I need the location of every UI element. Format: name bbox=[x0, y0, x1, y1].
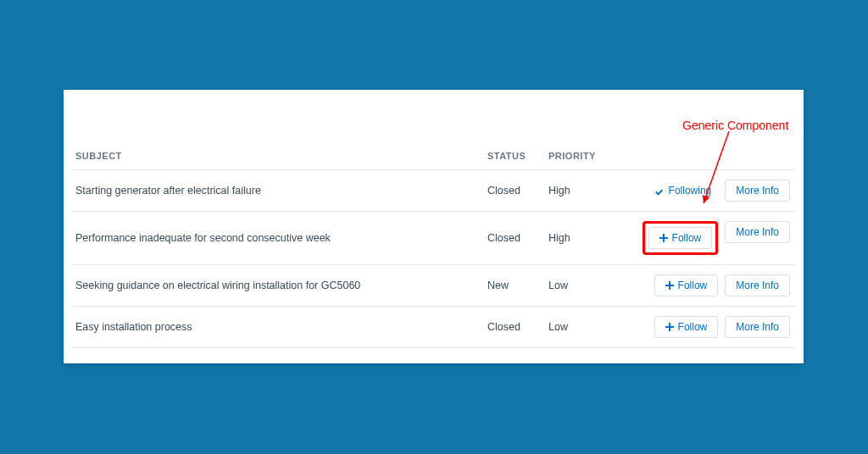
following-label-text: Following bbox=[669, 185, 712, 197]
cell-actions: FollowingMore Info bbox=[640, 180, 795, 202]
cell-priority: High bbox=[548, 232, 640, 244]
follow-button[interactable]: Follow bbox=[648, 227, 713, 249]
highlight-box: Follow bbox=[643, 221, 719, 255]
follow-label-text: Follow bbox=[678, 321, 708, 333]
header-priority: PRIORITY bbox=[548, 151, 640, 161]
cell-status: New bbox=[487, 280, 548, 291]
cell-priority: Low bbox=[548, 321, 640, 333]
cell-subject: Starting generator after electrical fail… bbox=[72, 185, 487, 197]
more-info-button[interactable]: More Info bbox=[725, 274, 790, 296]
cell-status: Closed bbox=[487, 321, 548, 333]
annotation-label: Generic Component bbox=[682, 119, 788, 132]
cell-actions: FollowMore Info bbox=[640, 274, 795, 296]
plus-icon bbox=[665, 281, 674, 290]
more-info-button[interactable]: More Info bbox=[725, 180, 790, 202]
cell-actions: FollowMore Info bbox=[640, 221, 795, 255]
follow-button[interactable]: Follow bbox=[654, 274, 719, 296]
table-row: Easy installation processClosedLowFollow… bbox=[72, 307, 795, 348]
cell-subject: Easy installation process bbox=[72, 321, 487, 333]
check-icon bbox=[656, 186, 665, 195]
cell-status: Closed bbox=[487, 185, 548, 197]
cell-subject: Performance inadequate for second consec… bbox=[72, 232, 487, 244]
cell-actions: FollowMore Info bbox=[640, 316, 795, 338]
cell-priority: High bbox=[548, 185, 640, 197]
cell-status: Closed bbox=[487, 232, 548, 244]
follow-button[interactable]: Follow bbox=[654, 316, 719, 338]
following-indicator[interactable]: Following bbox=[649, 180, 719, 202]
plus-icon bbox=[659, 234, 668, 242]
more-info-button[interactable]: More Info bbox=[725, 316, 790, 338]
more-info-button[interactable]: More Info bbox=[725, 221, 790, 243]
table-row: Performance inadequate for second consec… bbox=[72, 212, 795, 265]
cell-subject: Seeking guidance on electrical wiring in… bbox=[72, 280, 487, 291]
header-subject: SUBJECT bbox=[72, 151, 487, 161]
follow-label-text: Follow bbox=[672, 232, 702, 244]
table-row: Seeking guidance on electrical wiring in… bbox=[72, 265, 795, 307]
header-status: STATUS bbox=[487, 151, 548, 161]
plus-icon bbox=[665, 323, 674, 331]
follow-label-text: Follow bbox=[678, 280, 708, 291]
table-row: Starting generator after electrical fail… bbox=[72, 170, 795, 212]
cell-priority: Low bbox=[548, 280, 640, 291]
